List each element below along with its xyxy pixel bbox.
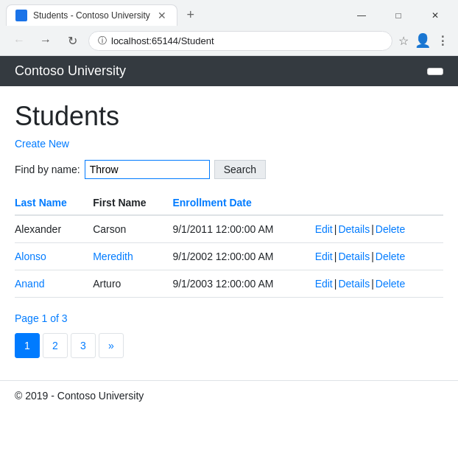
cell-actions: Edit | Details | Delete xyxy=(315,270,443,298)
details-link[interactable]: Details xyxy=(338,278,370,290)
browser-tab[interactable]: Students - Contoso University ✕ xyxy=(6,4,177,26)
cell-enrollment-date: 9/1/2011 12:00:00 AM xyxy=(172,215,314,243)
table-header: Last Name First Name Enrollment Date xyxy=(15,191,443,215)
separator: | xyxy=(334,251,337,262)
separator: | xyxy=(371,223,374,235)
separator: | xyxy=(371,278,374,290)
footer-text: © 2019 - Contoso University xyxy=(15,390,144,402)
app-title: Contoso University xyxy=(15,63,126,79)
table-row: Anand Arturo 9/1/2003 12:00:00 AM Edit |… xyxy=(15,270,443,298)
account-icon[interactable]: 👤 xyxy=(415,32,431,49)
find-label: Find by name: xyxy=(15,164,80,175)
cell-first-name: Arturo xyxy=(93,270,172,298)
next-page-button[interactable]: » xyxy=(99,333,124,358)
url-secure-icon: ⓘ xyxy=(98,35,107,47)
bookmark-icon[interactable]: ☆ xyxy=(398,34,409,48)
refresh-button[interactable]: ↻ xyxy=(62,30,82,51)
cell-last-name[interactable]: Alonso xyxy=(15,243,93,270)
app-header: Contoso University xyxy=(0,56,458,86)
edit-link[interactable]: Edit xyxy=(315,278,333,290)
edit-link[interactable]: Edit xyxy=(315,223,333,235)
cell-last-name: Alexander xyxy=(15,215,93,243)
main-content: Students Create New Find by name: Search… xyxy=(0,86,458,380)
pagination: 1 2 3 » xyxy=(15,333,443,358)
title-bar: Students - Contoso University ✕ + — □ ✕ xyxy=(0,0,458,26)
page-button-3[interactable]: 3 xyxy=(71,333,96,358)
delete-link[interactable]: Delete xyxy=(376,223,405,235)
cell-first-name[interactable]: Meredith xyxy=(93,243,172,270)
cell-enrollment-date: 9/1/2002 12:00:00 AM xyxy=(172,243,314,270)
minimize-button[interactable]: — xyxy=(345,5,378,26)
forward-button[interactable]: → xyxy=(35,30,56,51)
create-new-link[interactable]: Create New xyxy=(15,138,69,150)
separator: | xyxy=(334,278,337,290)
browser-chrome: Students - Contoso University ✕ + — □ ✕ … xyxy=(0,0,458,56)
pagination-info: Page 1 of 3 xyxy=(15,312,443,324)
search-button[interactable]: Search xyxy=(214,160,266,179)
page-title: Students xyxy=(15,101,443,132)
tab-close-icon[interactable]: ✕ xyxy=(156,10,168,21)
search-row: Find by name: Search xyxy=(15,160,443,179)
cell-last-name[interactable]: Anand xyxy=(15,270,93,298)
edit-link[interactable]: Edit xyxy=(315,251,333,262)
back-button[interactable]: ← xyxy=(9,30,29,51)
browser-menu-icon[interactable]: ⋮ xyxy=(437,34,449,48)
col-actions xyxy=(315,191,443,215)
page-button-1[interactable]: 1 xyxy=(15,333,40,358)
window-controls: — □ ✕ xyxy=(345,5,452,26)
details-link[interactable]: Details xyxy=(338,251,370,262)
url-text: localhost:65144/Student xyxy=(111,35,383,46)
footer: © 2019 - Contoso University xyxy=(0,390,458,416)
col-enrollment-date[interactable]: Enrollment Date xyxy=(172,191,314,215)
tab-favicon xyxy=(15,10,27,21)
tab-title: Students - Contoso University xyxy=(33,10,150,21)
cell-actions: Edit | Details | Delete xyxy=(315,215,443,243)
table-row: Alonso Meredith 9/1/2002 12:00:00 AM Edi… xyxy=(15,243,443,270)
search-input[interactable] xyxy=(85,160,210,179)
table-body: Alexander Carson 9/1/2011 12:00:00 AM Ed… xyxy=(15,215,443,298)
students-table: Last Name First Name Enrollment Date Ale… xyxy=(15,191,443,298)
cell-first-name: Carson xyxy=(93,215,172,243)
separator: | xyxy=(334,223,337,235)
page-button-2[interactable]: 2 xyxy=(43,333,68,358)
table-row: Alexander Carson 9/1/2011 12:00:00 AM Ed… xyxy=(15,215,443,243)
delete-link[interactable]: Delete xyxy=(376,278,405,290)
details-link[interactable]: Details xyxy=(338,223,370,235)
col-first-name: First Name xyxy=(93,191,172,215)
header-button[interactable] xyxy=(427,68,443,75)
address-bar: ← → ↻ ⓘ localhost:65144/Student ☆ 👤 ⋮ xyxy=(0,26,458,55)
separator: | xyxy=(371,251,374,262)
new-tab-button[interactable]: + xyxy=(180,5,201,26)
cell-actions: Edit | Details | Delete xyxy=(315,243,443,270)
url-bar[interactable]: ⓘ localhost:65144/Student xyxy=(88,31,392,51)
footer-divider xyxy=(0,380,458,381)
delete-link[interactable]: Delete xyxy=(376,251,405,262)
maximize-button[interactable]: □ xyxy=(381,5,415,26)
close-button[interactable]: ✕ xyxy=(418,5,452,26)
cell-enrollment-date: 9/1/2003 12:00:00 AM xyxy=(172,270,314,298)
col-last-name[interactable]: Last Name xyxy=(15,191,93,215)
